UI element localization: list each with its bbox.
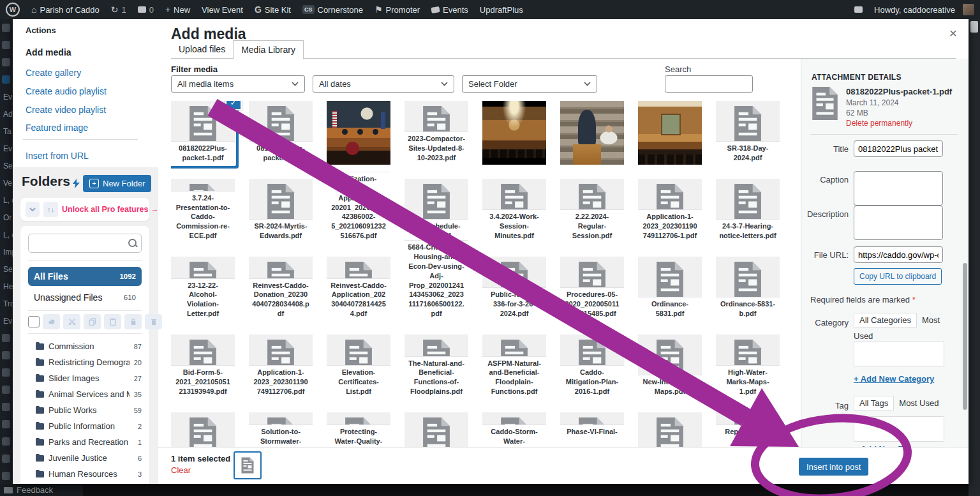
sidebar-item-fragment[interactable]: Se <box>0 260 13 278</box>
lock-icon[interactable] <box>124 314 142 329</box>
media-item-document[interactable]: The-Natural-and-Beneficial-Functions-of-… <box>405 334 468 398</box>
folder-item[interactable]: Public Information2 <box>28 418 142 434</box>
media-item-document[interactable] <box>638 412 702 447</box>
media-item-document[interactable]: Caddo-Mitigation-Plan-2016-1.pdf <box>560 334 624 398</box>
media-item-image[interactable] <box>638 101 702 165</box>
folder-filter-select[interactable]: Select Folder <box>462 75 597 93</box>
folder-item[interactable]: Slider Images27 <box>28 370 142 386</box>
delete-permanently-link[interactable]: Delete permanently <box>846 119 912 128</box>
media-item-document[interactable]: Phase-VI-Final- <box>560 412 624 447</box>
tab-all-tags[interactable]: All Tags <box>854 396 894 410</box>
updates-menu-item[interactable]: ↻1 <box>105 0 132 19</box>
sidebar-card-icon[interactable] <box>0 416 13 433</box>
media-item-document[interactable]: Utilization-Permit-Application-20201_202… <box>327 179 390 243</box>
sidebar-item-fragment[interactable]: Or <box>0 209 13 226</box>
sidebar-item-fragment[interactable]: He <box>0 278 13 295</box>
updraftplus-menu-item[interactable]: UpdraftPlus <box>474 0 529 19</box>
new-folder-button[interactable]: +New Folder <box>83 175 151 192</box>
collapse-folders-button[interactable] <box>26 202 40 217</box>
media-item-image[interactable] <box>327 101 390 165</box>
media-item-document[interactable]: Bid-Form-5-2021_202105051213193949.pdf <box>171 334 235 398</box>
folder-item[interactable]: Redistricting Demographi20 <box>28 354 142 370</box>
insert-into-post-button[interactable]: Insert into post <box>799 458 868 476</box>
promoter-menu-item[interactable]: ⚑Promoter <box>369 0 426 19</box>
date-filter-select[interactable]: All dates <box>313 75 454 93</box>
media-item-document[interactable] <box>171 412 235 447</box>
folder-item[interactable]: Animal Services and Mosq35 <box>28 386 142 402</box>
folder-item[interactable]: Finance15 <box>28 482 142 484</box>
delete-icon[interactable] <box>145 314 162 329</box>
wordpress-menu-item[interactable]: W <box>0 0 26 19</box>
sidebar-image-icon[interactable] <box>0 347 13 364</box>
events-menu-item[interactable]: Events <box>426 0 474 19</box>
media-item-document[interactable]: 2.22.2024-Regular-Session.pdf <box>560 179 624 243</box>
media-item-document[interactable]: Ordinance-5831-b.pdf <box>716 257 780 320</box>
new-menu-item[interactable]: +New <box>160 0 196 19</box>
sidebar-people-icon[interactable] <box>0 381 13 398</box>
media-item-document[interactable]: Ordinance-5831.pdf <box>638 257 702 320</box>
title-field[interactable] <box>854 140 943 157</box>
tab-most-used-tags[interactable]: Most Used <box>899 398 939 408</box>
selected-check-icon[interactable]: ✓ <box>225 101 242 110</box>
sidebar-item-fragment[interactable]: Ve <box>0 174 13 192</box>
sidebar-item-fragment[interactable]: Tro <box>0 295 13 312</box>
site-kit-menu-item[interactable]: GSite Kit <box>249 0 297 19</box>
sidebar-hand-icon[interactable] <box>0 364 13 381</box>
media-item-document[interactable]: High-Water-Marks-Maps-1.pdf <box>716 334 780 398</box>
upload-icon[interactable] <box>43 314 60 329</box>
copy-url-button[interactable]: Copy URL to clipboard <box>854 268 942 285</box>
cornerstone-menu-item[interactable]: CSCornerstone <box>297 0 369 19</box>
sort-folders-button[interactable]: ↑↓ <box>43 202 58 217</box>
media-item-document[interactable]: SR-2024-Myrtis-Edwards.pdf <box>249 179 313 243</box>
sidebar-item-fragment[interactable]: Ev <box>0 312 13 329</box>
site-menu-item[interactable]: ⌂Parish of Caddo <box>26 0 105 19</box>
notification-menu-item[interactable] <box>849 0 868 19</box>
clear-selection-link[interactable]: Clear <box>171 465 191 475</box>
media-item-document[interactable]: Reinvest-Caddo-Application_2023040407281… <box>327 257 390 320</box>
sidebar-pin-icon[interactable] <box>0 54 13 71</box>
media-item-document[interactable]: 08182022Plus-packet.pdf <box>249 101 313 165</box>
tab-media-library[interactable]: Media Library <box>233 40 304 59</box>
comments-menu-item[interactable]: 0 <box>132 0 160 19</box>
sidebar-video-icon[interactable] <box>0 450 13 467</box>
sidebar-item-fragment[interactable]: Imp <box>0 243 13 260</box>
unlock-pro-link[interactable]: Unlock all Pro features → <box>62 205 158 214</box>
browser-scrollbar[interactable] <box>969 19 980 496</box>
file-url-field[interactable] <box>854 246 943 263</box>
media-item-document[interactable]: Reinvest-Caddo-Donation_2023040407280344… <box>249 257 313 320</box>
folder-search-input[interactable] <box>28 234 142 253</box>
copy-icon[interactable] <box>84 314 101 329</box>
sidebar-pages-icon[interactable] <box>0 398 13 416</box>
media-item-document[interactable]: 23-12-22-Alcohol-Violation-Letter.pdf <box>171 257 235 320</box>
media-item-document[interactable]: 3.4.2024-Work-Session-Minutes.pdf <box>482 179 546 243</box>
search-input[interactable] <box>665 75 753 93</box>
sidebar-item-fragment[interactable]: Ta <box>0 123 13 140</box>
media-item-document[interactable]: 5684-Chapter-19-Housing-and-Econ-Dev-usi… <box>405 257 468 320</box>
media-item-document[interactable]: Application-1-2023_202301190749112706-1.… <box>638 179 702 243</box>
view-event-menu-item[interactable]: View Event <box>196 0 249 19</box>
media-item-document[interactable]: SR-318-Day-2024.pdf <box>716 101 780 165</box>
category-list-box[interactable] <box>854 341 944 366</box>
folder-item[interactable]: Human Resources3 <box>28 466 142 482</box>
sidebar-item-fragment[interactable]: Se <box>0 157 13 174</box>
sidebar-item-fragment[interactable]: L, c <box>0 192 13 209</box>
folder-unassigned-files[interactable]: Unassigned Files 610 <box>28 290 142 305</box>
sidebar-events-icon[interactable] <box>0 71 13 88</box>
media-item-document[interactable] <box>405 412 468 447</box>
media-item-document[interactable]: Protecting-Water-Quality-from- <box>327 412 390 447</box>
tab-all-categories[interactable]: All Categories <box>854 313 917 327</box>
menu-item-insert-from-url[interactable]: Insert from URL <box>26 151 89 161</box>
media-item-image[interactable] <box>560 101 624 165</box>
folder-all-files[interactable]: All Files 1092 <box>28 267 142 286</box>
folder-item[interactable]: Public Works59 <box>28 402 142 418</box>
scrollbar-thumb[interactable] <box>970 21 978 33</box>
media-item-document[interactable]: 24-3-7-Hearing-notice-letters.pdf <box>716 179 780 243</box>
media-type-select[interactable]: All media items <box>171 75 305 93</box>
sidebar-item-fragment[interactable]: L, c <box>0 226 13 243</box>
menu-item-add-media[interactable]: Add media <box>26 47 71 57</box>
folder-item[interactable]: Juvenile Justice6 <box>28 450 142 466</box>
media-item-document[interactable]: Procedures-05-2020_202005011542315485.pd… <box>560 257 624 320</box>
account-menu-item[interactable]: Howdy, caddocreative <box>868 0 980 19</box>
cut-icon[interactable] <box>63 314 80 329</box>
menu-item-create-audio-playlist[interactable]: Create audio playlist <box>26 86 107 96</box>
